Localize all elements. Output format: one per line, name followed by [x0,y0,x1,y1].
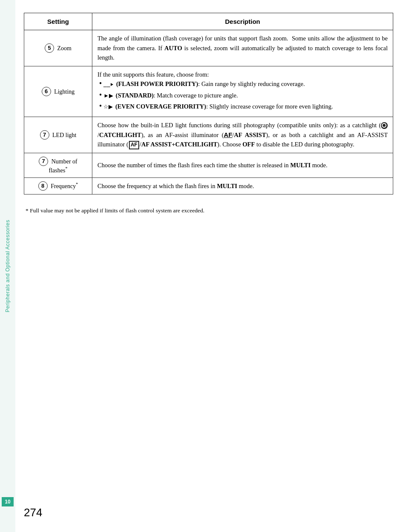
table-row-zoom: 5 Zoom The angle of illumination (flash … [24,30,393,66]
circle-7-flashes: 7 [39,157,48,166]
standard-icon: ►▶ [103,92,113,99]
circle-7-led: 7 [40,130,49,140]
table-header-description: Description [92,13,393,30]
sidebar-label: Peripherals and Optional Accessories [5,220,11,312]
desc-led-light: Choose how the built-in LED light functi… [92,117,393,153]
af-assist-combined-icon: AF [129,141,139,149]
table-row-led-light: 7 LED light Choose how the built-in LED … [24,117,393,153]
catchlight-label: CATCHLIGHT [99,132,141,138]
setting-zoom: 5 Zoom [24,30,92,66]
even-coverage-icon: ☆▶ [103,103,113,110]
desc-num-flashes: Choose the number of times the flash fir… [92,153,393,177]
setting-lighting: 6 Lighting [24,66,92,117]
table-row-frequency: 8 Frequency* Choose the frequency at whi… [24,177,393,194]
flash-priority-icon: ⎯⎯▶ [103,81,114,87]
footnote-text: * Full value may not be applied if limit… [26,206,393,215]
table-header-setting: Setting [24,13,92,30]
bullet-standard: • ►▶ (STANDARD): Match coverage to pictu… [99,91,388,100]
off-label: OFF [243,141,255,148]
af-assist-label: AF ASSIST [234,132,266,138]
circle-5: 5 [45,43,54,53]
multi-label-2: MULTI [217,183,237,189]
footnote-star-1: * [65,166,67,171]
bullet-flash-priority: • ⎯⎯▶ (FLASH POWER PRIORITY): Gain range… [99,79,388,89]
sidebar: Peripherals and Optional Accessories 10 [0,0,15,532]
table-row-num-flashes: 7 Number offlashes* Choose the number of… [24,153,393,177]
circle-6: 6 [42,87,51,96]
af-icon: AF [224,131,232,138]
multi-label-1: MULTI [290,162,311,169]
desc-frequency: Choose the frequency at which the flash … [92,177,393,194]
settings-table: Setting Description 5 Zoom The angle of … [24,13,393,194]
bullet-even-coverage: • ☆▶ (EVEN COVERAGE PRIORITY): Slightly … [99,102,388,111]
setting-led-light: 7 LED light [24,117,92,153]
table-row-lighting: 6 Lighting If the unit supports this fea… [24,66,393,117]
page-number: 274 [24,493,393,519]
main-content: Setting Description 5 Zoom The angle of … [15,0,406,532]
desc-zoom: The angle of illumination (flash coverag… [92,30,393,66]
circle-8: 8 [38,181,48,191]
page-badge: 10 [2,497,14,506]
catchlight-circle-icon [381,122,388,129]
setting-frequency: 8 Frequency* [24,177,92,194]
lighting-bullets: • ⎯⎯▶ (FLASH POWER PRIORITY): Gain range… [97,79,388,111]
af-assist-catchlight-label: AF ASSIST+CATCHLIGHT [141,141,217,148]
setting-num-flashes: 7 Number offlashes* [24,153,92,177]
footnote-star-2: * [76,182,78,186]
desc-lighting: If the unit supports this feature, choos… [92,66,393,117]
